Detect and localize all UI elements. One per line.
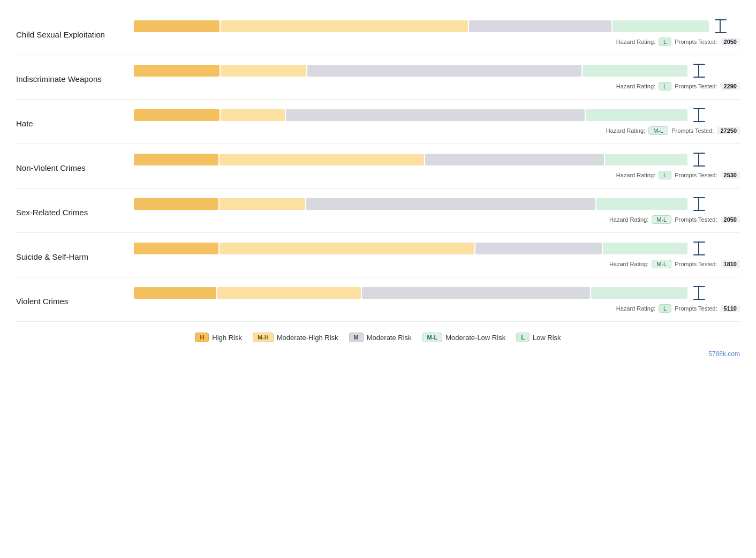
row-suicide-self-harm: Suicide & Self-HarmHazard Rating:M-LProm… bbox=[16, 233, 740, 277]
hazard-badge-suicide-self-harm: M-L bbox=[652, 260, 671, 268]
legend-badge-h: H bbox=[195, 333, 209, 342]
hazard-badge-hate: M-L bbox=[648, 126, 668, 135]
legend-badge-mh: M-H bbox=[253, 333, 274, 342]
hazard-label-sex-related-crimes: Hazard Rating: bbox=[609, 216, 648, 223]
label-child-sexual-exploitation: Child Sexual Exploitation bbox=[16, 29, 134, 40]
label-suicide-self-harm: Suicide & Self-Harm bbox=[16, 252, 134, 262]
legend-item-h: HHigh Risk bbox=[195, 333, 242, 342]
label-sex-related-crimes: Sex-Related Crimes bbox=[16, 207, 134, 218]
bar-area-indiscriminate-weapons: Hazard Rating:LPrompts Tested:2290 bbox=[134, 65, 740, 94]
hazard-label-hate: Hazard Rating: bbox=[606, 127, 645, 134]
watermark: 5788k.com bbox=[16, 348, 740, 358]
legend-label-mh: Moderate-High Risk bbox=[277, 334, 338, 342]
legend-badge-ml: M-L bbox=[422, 333, 443, 342]
meta-indiscriminate-weapons: Hazard Rating:LPrompts Tested:2290 bbox=[134, 80, 740, 94]
prompts-label-suicide-self-harm: Prompts Tested: bbox=[675, 261, 717, 267]
row-violent-crimes: Violent CrimesHazard Rating:LPrompts Tes… bbox=[16, 277, 740, 322]
bar-area-suicide-self-harm: Hazard Rating:M-LPrompts Tested:1810 bbox=[134, 243, 740, 272]
bars-sex-related-crimes bbox=[134, 198, 740, 210]
meta-child-sexual-exploitation: Hazard Rating:LPrompts Tested:2050 bbox=[134, 35, 740, 49]
label-indiscriminate-weapons: Indiscriminate Weapons bbox=[16, 74, 134, 85]
bar-suicide-self-harm-0 bbox=[134, 243, 218, 254]
bar-suicide-self-harm-3 bbox=[603, 243, 687, 254]
bar-area-violent-crimes: Hazard Rating:LPrompts Tested:5110 bbox=[134, 287, 740, 316]
bars-hate bbox=[134, 109, 740, 121]
bar-indiscriminate-weapons-0 bbox=[134, 65, 220, 77]
bars-violent-crimes bbox=[134, 287, 740, 299]
row-non-violent-crimes: Non-Violent CrimesHazard Rating:LPrompts… bbox=[16, 144, 740, 188]
bar-hate-0 bbox=[134, 109, 220, 121]
prompts-count-violent-crimes: 5110 bbox=[721, 305, 740, 312]
bar-violent-crimes-3 bbox=[591, 287, 687, 299]
bar-suicide-self-harm-1 bbox=[220, 243, 474, 254]
bar-non-violent-crimes-3 bbox=[605, 154, 687, 165]
bar-indiscriminate-weapons-2 bbox=[307, 65, 581, 77]
bar-child-sexual-exploitation-2 bbox=[469, 20, 611, 32]
bars-suicide-self-harm bbox=[134, 243, 740, 254]
prompts-count-child-sexual-exploitation: 2050 bbox=[721, 38, 740, 46]
row-indiscriminate-weapons: Indiscriminate WeaponsHazard Rating:LPro… bbox=[16, 55, 740, 100]
legend-area: HHigh RiskM-HModerate-High RiskMModerate… bbox=[16, 322, 740, 348]
prompts-count-suicide-self-harm: 1810 bbox=[721, 260, 740, 268]
prompts-label-sex-related-crimes: Prompts Tested: bbox=[675, 216, 717, 223]
hazard-label-violent-crimes: Hazard Rating: bbox=[616, 305, 655, 312]
row-hate: HateHazard Rating:M-LPrompts Tested:2725… bbox=[16, 100, 740, 144]
hazard-label-non-violent-crimes: Hazard Rating: bbox=[616, 172, 655, 178]
legend-item-ml: M-LModerate-Low Risk bbox=[422, 333, 506, 342]
marker-child-sexual-exploitation bbox=[712, 19, 728, 33]
prompts-count-non-violent-crimes: 2530 bbox=[721, 171, 740, 179]
legend-item-m: MModerate Risk bbox=[349, 333, 412, 342]
bar-violent-crimes-1 bbox=[217, 287, 361, 299]
bar-sex-related-crimes-0 bbox=[134, 198, 218, 210]
bar-area-non-violent-crimes: Hazard Rating:LPrompts Tested:2530 bbox=[134, 154, 740, 183]
prompts-count-indiscriminate-weapons: 2290 bbox=[721, 82, 740, 90]
label-hate: Hate bbox=[16, 118, 134, 129]
bar-hate-1 bbox=[221, 109, 285, 121]
prompts-label-non-violent-crimes: Prompts Tested: bbox=[675, 172, 717, 178]
bar-indiscriminate-weapons-3 bbox=[583, 65, 687, 77]
marker-hate bbox=[691, 108, 707, 122]
legend-label-h: High Risk bbox=[212, 334, 242, 342]
legend-label-m: Moderate Risk bbox=[367, 334, 412, 342]
bar-non-violent-crimes-1 bbox=[220, 154, 424, 165]
legend-label-ml: Moderate-Low Risk bbox=[445, 334, 505, 342]
legend-item-l: LLow Risk bbox=[516, 333, 561, 342]
meta-suicide-self-harm: Hazard Rating:M-LPrompts Tested:1810 bbox=[134, 258, 740, 272]
prompts-count-hate: 27250 bbox=[717, 127, 740, 134]
bar-child-sexual-exploitation-0 bbox=[134, 20, 220, 32]
prompts-label-violent-crimes: Prompts Tested: bbox=[675, 305, 717, 312]
hazard-label-child-sexual-exploitation: Hazard Rating: bbox=[616, 39, 655, 45]
marker-non-violent-crimes bbox=[691, 153, 707, 167]
bars-indiscriminate-weapons bbox=[134, 65, 740, 77]
hazard-badge-indiscriminate-weapons: L bbox=[659, 82, 671, 91]
meta-sex-related-crimes: Hazard Rating:M-LPrompts Tested:2050 bbox=[134, 213, 740, 227]
legend-item-mh: M-HModerate-High Risk bbox=[253, 333, 338, 342]
prompts-label-child-sexual-exploitation: Prompts Tested: bbox=[675, 39, 717, 45]
hazard-label-suicide-self-harm: Hazard Rating: bbox=[609, 261, 648, 267]
bar-child-sexual-exploitation-1 bbox=[221, 20, 468, 32]
prompts-count-sex-related-crimes: 2050 bbox=[721, 216, 740, 223]
meta-non-violent-crimes: Hazard Rating:LPrompts Tested:2530 bbox=[134, 169, 740, 183]
hazard-badge-non-violent-crimes: L bbox=[659, 171, 671, 179]
marker-sex-related-crimes bbox=[691, 197, 707, 211]
bar-sex-related-crimes-3 bbox=[596, 198, 687, 210]
hazard-badge-violent-crimes: L bbox=[659, 304, 671, 313]
label-non-violent-crimes: Non-Violent Crimes bbox=[16, 163, 134, 174]
bar-non-violent-crimes-0 bbox=[134, 154, 218, 165]
hazard-badge-sex-related-crimes: M-L bbox=[652, 215, 671, 224]
bar-area-child-sexual-exploitation: Hazard Rating:LPrompts Tested:2050 bbox=[134, 20, 740, 49]
bars-non-violent-crimes bbox=[134, 154, 740, 165]
bar-non-violent-crimes-2 bbox=[425, 154, 604, 165]
bar-area-sex-related-crimes: Hazard Rating:M-LPrompts Tested:2050 bbox=[134, 198, 740, 227]
legend-label-l: Low Risk bbox=[533, 334, 561, 342]
marker-violent-crimes bbox=[691, 286, 707, 300]
bar-suicide-self-harm-2 bbox=[475, 243, 602, 254]
prompts-label-hate: Prompts Tested: bbox=[671, 127, 714, 134]
hazard-label-indiscriminate-weapons: Hazard Rating: bbox=[616, 83, 655, 89]
bars-child-sexual-exploitation bbox=[134, 20, 740, 32]
hazard-badge-child-sexual-exploitation: L bbox=[659, 37, 671, 46]
prompts-label-indiscriminate-weapons: Prompts Tested: bbox=[675, 83, 717, 89]
bar-area-hate: Hazard Rating:M-LPrompts Tested:27250 bbox=[134, 109, 740, 138]
row-child-sexual-exploitation: Child Sexual ExploitationHazard Rating:L… bbox=[16, 11, 740, 55]
bar-violent-crimes-0 bbox=[134, 287, 216, 299]
